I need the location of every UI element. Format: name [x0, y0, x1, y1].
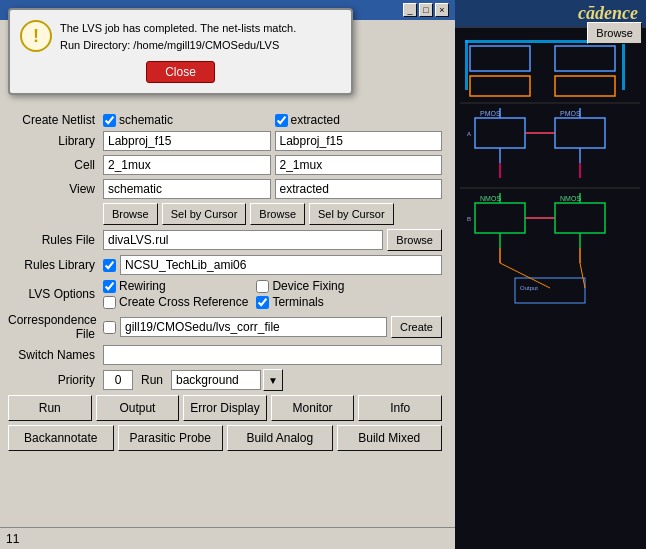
- netlist-columns: schematic extracted: [103, 113, 442, 127]
- view-fields: schematic extracted: [103, 179, 442, 199]
- rules-library-label: Rules Library: [8, 258, 103, 272]
- error-display-button[interactable]: Error Display: [183, 395, 267, 421]
- browse-sel-row: Browse Sel by Cursor Browse Sel by Curso…: [8, 203, 442, 225]
- backannotate-button[interactable]: Backannotate: [8, 425, 114, 451]
- terminals-checkbox[interactable]: [256, 296, 269, 309]
- svg-text:NMOS: NMOS: [560, 195, 581, 202]
- rules-browse-button[interactable]: Browse: [387, 229, 442, 251]
- browse-sel-content: Browse Sel by Cursor Browse Sel by Curso…: [103, 203, 442, 225]
- schematic-text: schematic: [119, 113, 173, 127]
- schematic-checkbox-label[interactable]: schematic: [103, 113, 271, 127]
- svg-text:NMOS: NMOS: [480, 195, 501, 202]
- svg-text:PMOS: PMOS: [560, 110, 581, 117]
- extracted-col: extracted: [275, 113, 443, 127]
- rules-file-content: divaLVS.rul Browse: [103, 229, 442, 251]
- priority-content: 0 Run background ▼: [103, 369, 442, 391]
- view-extracted-input[interactable]: extracted: [275, 179, 443, 199]
- cell-schematic-input[interactable]: 2_1mux: [103, 155, 271, 175]
- browse-schematic-button[interactable]: Browse: [103, 203, 158, 225]
- cell-label: Cell: [8, 158, 103, 172]
- sel-cursor-extracted-button[interactable]: Sel by Cursor: [309, 203, 394, 225]
- rewiring-checkbox[interactable]: [103, 280, 116, 293]
- action-buttons-row: Run Output Error Display Monitor Info: [8, 395, 442, 421]
- dialog-content: ! The LVS job has completed. The net-lis…: [20, 20, 341, 53]
- svg-rect-1: [455, 28, 646, 549]
- device-fixing-checkbox[interactable]: [256, 280, 269, 293]
- output-button[interactable]: Output: [96, 395, 180, 421]
- lvs-complete-dialog: ! The LVS job has completed. The net-lis…: [8, 8, 353, 95]
- run-select-wrap: background ▼: [171, 369, 283, 391]
- status-bar: 11: [0, 527, 455, 549]
- view-label: View: [8, 182, 103, 196]
- cadence-brand: cādence: [578, 3, 638, 24]
- build-mixed-button[interactable]: Build Mixed: [337, 425, 443, 451]
- schematic-browse-button[interactable]: Browse: [587, 22, 642, 44]
- schematic-col: schematic: [103, 113, 271, 127]
- lvs-options-label: LVS Options: [8, 287, 103, 301]
- schematic-svg: PMOS PMOS NMOS NMOS A B Output: [455, 28, 646, 549]
- view-row: View schematic extracted: [8, 179, 442, 199]
- extra-buttons-row: Backannotate Parasitic Probe Build Analo…: [8, 425, 442, 451]
- library-fields: Labproj_f15 Labproj_f15: [103, 131, 442, 151]
- device-fixing-label[interactable]: Device Fixing: [256, 279, 401, 293]
- extracted-checkbox[interactable]: [275, 114, 288, 127]
- switch-names-input[interactable]: [103, 345, 442, 365]
- lvs-options-row: LVS Options Rewiring Device Fixing: [8, 279, 442, 309]
- left-panel: _ □ × ! The LVS job has completed. The n…: [0, 0, 455, 549]
- run-select-input[interactable]: background: [171, 370, 261, 390]
- cell-content: 2_1mux 2_1mux: [103, 155, 442, 175]
- correspondence-label: Correspondence File: [8, 313, 103, 341]
- rules-library-content: NCSU_TechLib_ami06: [103, 255, 442, 275]
- warning-icon: !: [20, 20, 52, 52]
- correspondence-checkbox[interactable]: [103, 321, 116, 334]
- svg-text:PMOS: PMOS: [480, 110, 501, 117]
- switch-names-label: Switch Names: [8, 348, 103, 362]
- extracted-browse-btns: Browse Sel by Cursor: [250, 203, 393, 225]
- switch-names-content: [103, 345, 442, 365]
- rules-library-checkbox[interactable]: [103, 259, 116, 272]
- browse-extracted-button[interactable]: Browse: [250, 203, 305, 225]
- rewiring-label[interactable]: Rewiring: [103, 279, 248, 293]
- info-button[interactable]: Info: [358, 395, 442, 421]
- schematic-view: cādence Browse: [455, 0, 646, 549]
- rules-file-input[interactable]: divaLVS.rul: [103, 230, 383, 250]
- priority-input[interactable]: 0: [103, 370, 133, 390]
- library-extracted-input[interactable]: Labproj_f15: [275, 131, 443, 151]
- library-content: Labproj_f15 Labproj_f15: [103, 131, 442, 151]
- cross-ref-checkbox[interactable]: [103, 296, 116, 309]
- form-content: Create Netlist schematic extra: [8, 113, 442, 451]
- status-value: 11: [6, 532, 19, 546]
- cell-extracted-input[interactable]: 2_1mux: [275, 155, 443, 175]
- rules-file-row: Rules File divaLVS.rul Browse: [8, 229, 442, 251]
- view-schematic-input[interactable]: schematic: [103, 179, 271, 199]
- create-netlist-label: Create Netlist: [8, 113, 103, 127]
- dialog-close-button[interactable]: Close: [146, 61, 215, 83]
- terminals-label[interactable]: Terminals: [256, 295, 401, 309]
- parasitic-probe-button[interactable]: Parasitic Probe: [118, 425, 224, 451]
- rules-library-input[interactable]: NCSU_TechLib_ami06: [120, 255, 442, 275]
- library-schematic-input[interactable]: Labproj_f15: [103, 131, 271, 151]
- library-row: Library Labproj_f15 Labproj_f15: [8, 131, 442, 151]
- extracted-checkbox-label[interactable]: extracted: [275, 113, 443, 127]
- run-label: Run: [141, 373, 163, 387]
- browse-sel-buttons: Browse Sel by Cursor Browse Sel by Curso…: [103, 203, 442, 225]
- schematic-checkbox[interactable]: [103, 114, 116, 127]
- schematic-browse-btns: Browse Sel by Cursor: [103, 203, 246, 225]
- cell-row: Cell 2_1mux 2_1mux: [8, 155, 442, 175]
- svg-rect-4: [622, 40, 625, 90]
- create-button[interactable]: Create: [391, 316, 442, 338]
- run-dropdown-arrow[interactable]: ▼: [263, 369, 283, 391]
- create-netlist-content: schematic extracted: [103, 113, 442, 127]
- monitor-button[interactable]: Monitor: [271, 395, 355, 421]
- schematic-canvas: PMOS PMOS NMOS NMOS A B Output: [455, 28, 646, 549]
- correspondence-input[interactable]: gill19/CMOSedu/lvs_corr_file: [120, 317, 387, 337]
- svg-text:Output: Output: [520, 285, 538, 291]
- cross-ref-label[interactable]: Create Cross Reference: [103, 295, 248, 309]
- priority-run-row: Priority 0 Run background ▼: [8, 369, 442, 391]
- build-analog-button[interactable]: Build Analog: [227, 425, 333, 451]
- run-button[interactable]: Run: [8, 395, 92, 421]
- correspondence-content: gill19/CMOSedu/lvs_corr_file Create: [103, 316, 442, 338]
- view-content: schematic extracted: [103, 179, 442, 199]
- svg-text:A: A: [467, 131, 471, 137]
- sel-cursor-schematic-button[interactable]: Sel by Cursor: [162, 203, 247, 225]
